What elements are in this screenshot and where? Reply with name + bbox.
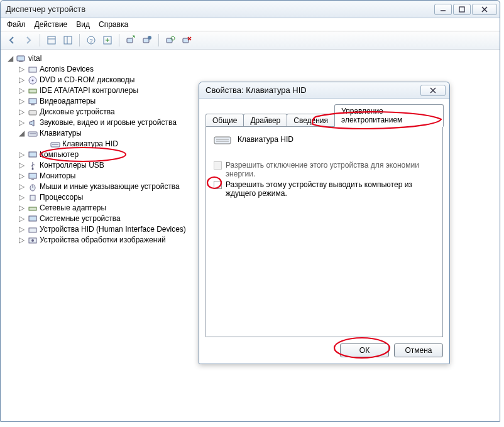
svg-rect-15 [183, 38, 189, 43]
svg-rect-3 [459, 7, 464, 12]
svg-rect-21 [29, 89, 36, 93]
action-button[interactable] [100, 33, 115, 47]
expand-icon[interactable]: ▷ [18, 98, 25, 105]
tree-item-acronis[interactable]: ▷Acronis Devices [18, 64, 500, 75]
help-button[interactable]: ? [84, 33, 99, 47]
computer-icon [28, 150, 38, 160]
svg-rect-18 [29, 67, 36, 72]
tab-details[interactable]: Сведения [287, 114, 335, 127]
disc-icon [28, 75, 38, 85]
expand-icon[interactable]: ▷ [18, 109, 25, 116]
svg-rect-29 [29, 152, 36, 157]
svg-rect-17 [19, 61, 23, 62]
monitor-icon [28, 171, 38, 181]
svg-rect-11 [127, 38, 133, 43]
toolbar: ? [1, 31, 500, 50]
expand-icon[interactable]: ▷ [18, 215, 25, 222]
close-button[interactable] [472, 4, 497, 15]
allow-power-off-checkbox [214, 161, 222, 170]
svg-rect-12 [143, 38, 149, 43]
uninstall-button[interactable] [163, 33, 178, 47]
svg-text:?: ? [89, 38, 92, 44]
menu-help[interactable]: Справка [99, 20, 128, 29]
svg-rect-35 [30, 195, 35, 200]
expand-icon[interactable]: ▷ [18, 183, 25, 190]
svg-rect-36 [29, 207, 36, 210]
svg-rect-22 [29, 99, 36, 104]
expand-icon[interactable]: ▷ [18, 119, 25, 126]
properties-button[interactable] [60, 33, 75, 47]
allow-power-off-row: Разрешить отключение этого устройства дл… [214, 161, 435, 178]
ok-button[interactable]: ОК [340, 343, 389, 357]
scan-hardware-button[interactable] [123, 33, 138, 47]
mouse-icon [28, 182, 38, 192]
tree-root-label: vital [28, 53, 41, 64]
svg-rect-37 [29, 216, 36, 221]
keyboard-icon [50, 139, 60, 149]
collapse-icon[interactable]: ◢ [7, 55, 14, 62]
svg-point-40 [31, 239, 34, 242]
usb-icon [28, 161, 38, 171]
collapse-icon[interactable]: ◢ [18, 130, 25, 137]
tab-driver[interactable]: Драйвер [243, 114, 287, 127]
menu-view[interactable]: Вид [76, 20, 90, 29]
dialog-close-button[interactable] [420, 85, 446, 96]
expand-icon[interactable]: ▷ [18, 151, 25, 158]
svg-rect-6 [64, 36, 72, 44]
svg-rect-4 [48, 36, 55, 44]
properties-dialog: Свойства: Клавиатура HID Общие Драйвер С… [199, 82, 450, 364]
menubar: Файл Действие Вид Справка [1, 18, 500, 31]
allow-power-off-label: Разрешить отключение этого устройства дл… [226, 161, 435, 178]
expand-icon[interactable]: ▷ [18, 173, 25, 180]
maximize-button[interactable] [453, 4, 471, 15]
tree-root[interactable]: ◢ vital [7, 53, 500, 64]
drive-icon [28, 107, 38, 117]
expand-icon[interactable]: ▷ [18, 66, 25, 73]
expand-icon[interactable]: ▷ [18, 237, 25, 244]
expand-icon[interactable]: ▷ [18, 162, 25, 169]
svg-point-20 [32, 79, 34, 81]
menu-file[interactable]: Файл [7, 20, 26, 29]
svg-rect-23 [31, 104, 35, 105]
svg-rect-16 [17, 56, 25, 61]
titlebar[interactable]: Диспетчер устройств [1, 1, 500, 18]
dialog-title: Свойства: Клавиатура HID [205, 85, 420, 95]
forward-button[interactable] [21, 33, 36, 47]
display-icon [28, 97, 38, 107]
cpu-icon [28, 193, 38, 203]
svg-rect-24 [29, 111, 36, 115]
device-icon [28, 65, 38, 75]
imaging-icon [28, 235, 38, 246]
svg-rect-38 [29, 228, 36, 232]
dialog-titlebar[interactable]: Свойства: Клавиатура HID [199, 82, 449, 99]
expand-icon[interactable]: ▷ [18, 77, 25, 84]
expand-icon[interactable]: ▷ [18, 194, 25, 201]
window-title: Диспетчер устройств [6, 4, 434, 14]
hid-icon [28, 225, 38, 235]
controller-icon [28, 86, 38, 96]
show-hidden-button[interactable] [44, 33, 59, 47]
back-button[interactable] [4, 33, 19, 47]
computer-icon [16, 54, 26, 64]
allow-wake-checkbox[interactable] [214, 181, 222, 189]
cancel-button[interactable]: Отмена [394, 343, 443, 357]
menu-action[interactable]: Действие [35, 20, 68, 29]
network-icon [28, 203, 38, 214]
expand-icon[interactable]: ▷ [18, 205, 25, 212]
keyboard-icon [28, 129, 38, 139]
tab-pane-power: Клавиатура HID Разрешить отключение этог… [205, 126, 443, 337]
allow-wake-label: Разрешить этому устройству выводить комп… [226, 180, 435, 198]
allow-wake-row: Разрешить этому устройству выводить комп… [214, 180, 435, 198]
svg-rect-31 [29, 173, 36, 178]
disable-button[interactable] [179, 33, 194, 47]
tab-power[interactable]: Управление электропитанием [334, 104, 444, 127]
tab-general[interactable]: Общие [205, 114, 244, 127]
system-icon [28, 214, 38, 224]
expand-icon[interactable]: ▷ [18, 87, 25, 94]
minimize-button[interactable] [434, 4, 452, 15]
svg-rect-32 [31, 179, 34, 180]
update-driver-button[interactable] [140, 33, 155, 47]
keyboard-icon [214, 133, 231, 146]
expand-icon[interactable]: ▷ [18, 226, 25, 233]
tab-strip: Общие Драйвер Сведения Управление электр… [205, 104, 443, 126]
